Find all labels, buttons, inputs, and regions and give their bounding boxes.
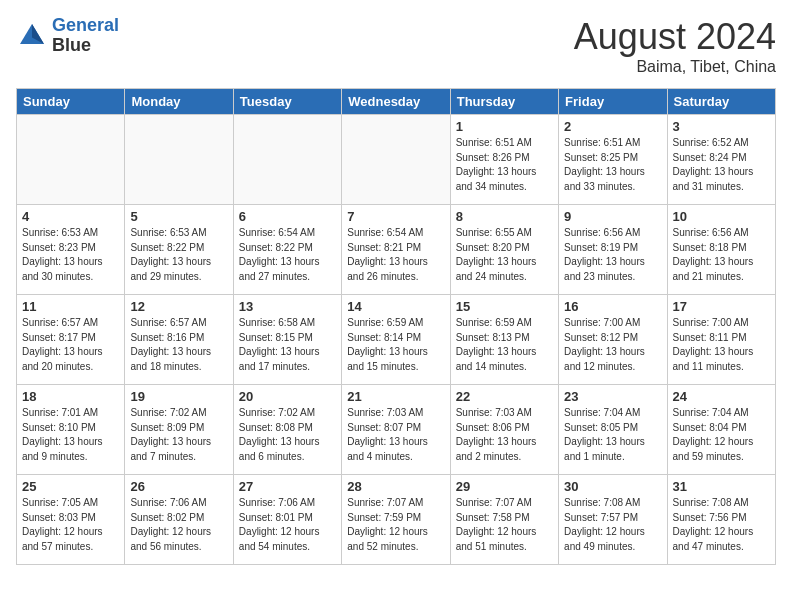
day-info: Sunrise: 6:54 AM Sunset: 8:21 PM Dayligh… [347,226,444,284]
calendar-day-cell: 8Sunrise: 6:55 AM Sunset: 8:20 PM Daylig… [450,205,558,295]
calendar-week-row: 18Sunrise: 7:01 AM Sunset: 8:10 PM Dayli… [17,385,776,475]
day-info: Sunrise: 7:04 AM Sunset: 8:04 PM Dayligh… [673,406,770,464]
day-number: 5 [130,209,227,224]
calendar-day-cell: 10Sunrise: 6:56 AM Sunset: 8:18 PM Dayli… [667,205,775,295]
day-number: 11 [22,299,119,314]
weekday-header-cell: Saturday [667,89,775,115]
day-number: 4 [22,209,119,224]
day-number: 16 [564,299,661,314]
calendar-day-cell: 26Sunrise: 7:06 AM Sunset: 8:02 PM Dayli… [125,475,233,565]
day-number: 30 [564,479,661,494]
logo-line1: General [52,15,119,35]
calendar-day-cell: 14Sunrise: 6:59 AM Sunset: 8:14 PM Dayli… [342,295,450,385]
day-number: 22 [456,389,553,404]
calendar-body: 1Sunrise: 6:51 AM Sunset: 8:26 PM Daylig… [17,115,776,565]
weekday-header-cell: Monday [125,89,233,115]
day-number: 21 [347,389,444,404]
calendar-day-cell: 22Sunrise: 7:03 AM Sunset: 8:06 PM Dayli… [450,385,558,475]
day-info: Sunrise: 6:53 AM Sunset: 8:22 PM Dayligh… [130,226,227,284]
calendar-day-cell: 28Sunrise: 7:07 AM Sunset: 7:59 PM Dayli… [342,475,450,565]
day-info: Sunrise: 6:51 AM Sunset: 8:26 PM Dayligh… [456,136,553,194]
calendar-day-cell [17,115,125,205]
day-number: 3 [673,119,770,134]
day-number: 17 [673,299,770,314]
logo: General Blue [16,16,119,56]
day-number: 25 [22,479,119,494]
logo-text: General Blue [52,16,119,56]
calendar-day-cell: 12Sunrise: 6:57 AM Sunset: 8:16 PM Dayli… [125,295,233,385]
weekday-header-cell: Thursday [450,89,558,115]
day-number: 9 [564,209,661,224]
day-info: Sunrise: 7:00 AM Sunset: 8:12 PM Dayligh… [564,316,661,374]
day-info: Sunrise: 7:04 AM Sunset: 8:05 PM Dayligh… [564,406,661,464]
day-info: Sunrise: 6:56 AM Sunset: 8:18 PM Dayligh… [673,226,770,284]
calendar-day-cell: 18Sunrise: 7:01 AM Sunset: 8:10 PM Dayli… [17,385,125,475]
day-info: Sunrise: 7:02 AM Sunset: 8:08 PM Dayligh… [239,406,336,464]
day-info: Sunrise: 7:06 AM Sunset: 8:02 PM Dayligh… [130,496,227,554]
day-number: 2 [564,119,661,134]
calendar-day-cell: 11Sunrise: 6:57 AM Sunset: 8:17 PM Dayli… [17,295,125,385]
calendar-day-cell: 21Sunrise: 7:03 AM Sunset: 8:07 PM Dayli… [342,385,450,475]
day-number: 24 [673,389,770,404]
day-number: 26 [130,479,227,494]
day-info: Sunrise: 6:54 AM Sunset: 8:22 PM Dayligh… [239,226,336,284]
day-info: Sunrise: 7:03 AM Sunset: 8:06 PM Dayligh… [456,406,553,464]
calendar-day-cell: 6Sunrise: 6:54 AM Sunset: 8:22 PM Daylig… [233,205,341,295]
day-number: 13 [239,299,336,314]
day-number: 14 [347,299,444,314]
day-number: 29 [456,479,553,494]
day-number: 12 [130,299,227,314]
calendar-day-cell: 4Sunrise: 6:53 AM Sunset: 8:23 PM Daylig… [17,205,125,295]
calendar-day-cell: 29Sunrise: 7:07 AM Sunset: 7:58 PM Dayli… [450,475,558,565]
month-year: August 2024 [574,16,776,58]
day-info: Sunrise: 6:56 AM Sunset: 8:19 PM Dayligh… [564,226,661,284]
calendar-day-cell: 25Sunrise: 7:05 AM Sunset: 8:03 PM Dayli… [17,475,125,565]
calendar-day-cell: 13Sunrise: 6:58 AM Sunset: 8:15 PM Dayli… [233,295,341,385]
day-info: Sunrise: 7:08 AM Sunset: 7:57 PM Dayligh… [564,496,661,554]
day-number: 19 [130,389,227,404]
calendar-day-cell: 9Sunrise: 6:56 AM Sunset: 8:19 PM Daylig… [559,205,667,295]
day-info: Sunrise: 7:08 AM Sunset: 7:56 PM Dayligh… [673,496,770,554]
weekday-header-cell: Tuesday [233,89,341,115]
day-number: 23 [564,389,661,404]
calendar-week-row: 4Sunrise: 6:53 AM Sunset: 8:23 PM Daylig… [17,205,776,295]
day-info: Sunrise: 7:07 AM Sunset: 7:58 PM Dayligh… [456,496,553,554]
page-header: General Blue August 2024 Baima, Tibet, C… [16,16,776,76]
location: Baima, Tibet, China [574,58,776,76]
calendar-day-cell: 30Sunrise: 7:08 AM Sunset: 7:57 PM Dayli… [559,475,667,565]
weekday-header-cell: Wednesday [342,89,450,115]
day-number: 18 [22,389,119,404]
day-info: Sunrise: 7:00 AM Sunset: 8:11 PM Dayligh… [673,316,770,374]
day-info: Sunrise: 6:58 AM Sunset: 8:15 PM Dayligh… [239,316,336,374]
day-number: 10 [673,209,770,224]
title-block: August 2024 Baima, Tibet, China [574,16,776,76]
day-info: Sunrise: 6:55 AM Sunset: 8:20 PM Dayligh… [456,226,553,284]
weekday-header-cell: Friday [559,89,667,115]
weekday-header-row: SundayMondayTuesdayWednesdayThursdayFrid… [17,89,776,115]
logo-icon [16,20,48,52]
calendar-week-row: 11Sunrise: 6:57 AM Sunset: 8:17 PM Dayli… [17,295,776,385]
day-info: Sunrise: 7:05 AM Sunset: 8:03 PM Dayligh… [22,496,119,554]
day-number: 28 [347,479,444,494]
calendar-day-cell: 15Sunrise: 6:59 AM Sunset: 8:13 PM Dayli… [450,295,558,385]
calendar-day-cell: 5Sunrise: 6:53 AM Sunset: 8:22 PM Daylig… [125,205,233,295]
calendar-table: SundayMondayTuesdayWednesdayThursdayFrid… [16,88,776,565]
day-number: 27 [239,479,336,494]
day-info: Sunrise: 6:57 AM Sunset: 8:17 PM Dayligh… [22,316,119,374]
day-info: Sunrise: 6:53 AM Sunset: 8:23 PM Dayligh… [22,226,119,284]
day-info: Sunrise: 6:59 AM Sunset: 8:13 PM Dayligh… [456,316,553,374]
day-info: Sunrise: 7:02 AM Sunset: 8:09 PM Dayligh… [130,406,227,464]
day-number: 31 [673,479,770,494]
calendar-day-cell: 7Sunrise: 6:54 AM Sunset: 8:21 PM Daylig… [342,205,450,295]
calendar-day-cell: 2Sunrise: 6:51 AM Sunset: 8:25 PM Daylig… [559,115,667,205]
calendar-day-cell: 1Sunrise: 6:51 AM Sunset: 8:26 PM Daylig… [450,115,558,205]
day-info: Sunrise: 6:51 AM Sunset: 8:25 PM Dayligh… [564,136,661,194]
calendar-day-cell: 20Sunrise: 7:02 AM Sunset: 8:08 PM Dayli… [233,385,341,475]
calendar-day-cell: 27Sunrise: 7:06 AM Sunset: 8:01 PM Dayli… [233,475,341,565]
calendar-day-cell: 16Sunrise: 7:00 AM Sunset: 8:12 PM Dayli… [559,295,667,385]
logo-line2: Blue [52,36,119,56]
calendar-day-cell: 24Sunrise: 7:04 AM Sunset: 8:04 PM Dayli… [667,385,775,475]
calendar-week-row: 25Sunrise: 7:05 AM Sunset: 8:03 PM Dayli… [17,475,776,565]
day-number: 7 [347,209,444,224]
day-info: Sunrise: 7:06 AM Sunset: 8:01 PM Dayligh… [239,496,336,554]
